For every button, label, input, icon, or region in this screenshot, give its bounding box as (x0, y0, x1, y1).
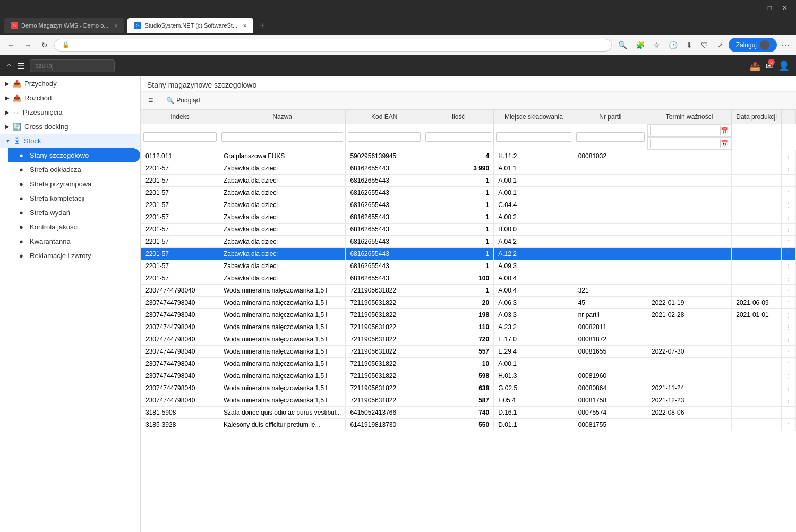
notification-badge[interactable]: ✉ 5 (766, 61, 773, 71)
home-icon[interactable]: ⌂ (6, 61, 12, 71)
share-button[interactable]: ↗ (714, 38, 726, 52)
table-row[interactable]: 23074744798040Woda mineralna nałęczowian… (141, 309, 796, 321)
table-row[interactable]: 23074744798040Woda mineralna nałęczowian… (141, 358, 796, 370)
cell-0: 23074744798040 (141, 297, 219, 309)
cell-3: 1 (423, 175, 493, 187)
calendar-button-termin[interactable]: 📅 (721, 127, 729, 134)
bookmark-button[interactable]: ☆ (650, 38, 663, 52)
history-button[interactable]: 🕐 (665, 38, 681, 52)
cross-docking-icon: 🔄 (13, 123, 21, 131)
sidebar-item-strefa-przyrampowa[interactable]: ● Strefa przyrampowa (8, 177, 140, 191)
minimize-button[interactable]: — (747, 3, 761, 13)
table-row[interactable]: 2201-57Zabawka dla dzieci681626554431B.0… (141, 224, 796, 236)
sidebar-item-strefa-kompletacji[interactable]: ● Strefa kompletacji (8, 191, 140, 205)
table-row[interactable]: 2201-57Zabawka dla dzieci681626554431A.0… (141, 187, 796, 199)
row-extra: ⋮ (782, 285, 796, 297)
tab-close-1[interactable]: ✕ (114, 23, 118, 29)
table-row[interactable]: 2201-57Zabawka dla dzieci681626554433 99… (141, 162, 796, 175)
sidebar-item-stock[interactable]: ▼ 🗄 Stock (0, 134, 140, 148)
filter-nr-partii-input[interactable] (576, 132, 645, 142)
cell-3: 720 (423, 333, 493, 346)
hamburger-menu-button[interactable]: ≡ (145, 95, 156, 106)
table-row[interactable]: 2201-57Zabawka dla dzieci681626554431A.0… (141, 175, 796, 187)
table-row[interactable]: 23074744798040Woda mineralna nałęczowian… (141, 370, 796, 382)
sidebar-item-strefa-odkladcza[interactable]: ● Strefa odkładcza (8, 162, 140, 177)
extension-button[interactable]: 🧩 (632, 38, 648, 52)
filter-data-prod-input[interactable] (650, 139, 721, 148)
table-row[interactable]: 23074744798040Woda mineralna nałęczowian… (141, 321, 796, 333)
cell-6: 2021-12-23 (647, 394, 731, 407)
url-input[interactable]: https://studiosystemdemo.softwarestudio.… (73, 41, 604, 49)
browser-tab-2[interactable]: S StudioSystem.NET (c) SoftwareSt... ✕ (127, 18, 253, 33)
cell-5: 00081032 (574, 150, 647, 162)
cell-3: 1 (423, 224, 493, 236)
tab-close-2[interactable]: ✕ (243, 23, 247, 29)
sidebar-item-przychody[interactable]: ▶ 📥 Przychody (0, 76, 140, 91)
address-bar[interactable]: 🔒 https://studiosystemdemo.softwarestudi… (54, 39, 612, 52)
table-row[interactable]: 23074744798040Woda mineralna nałęczowian… (141, 285, 796, 297)
table-row[interactable]: 2201-57Zabawka dla dzieci681626554431A.0… (141, 260, 796, 272)
filter-ilosc-input[interactable] (425, 132, 491, 142)
table-row[interactable]: 2201-57Zabawka dla dzieci681626554431A.0… (141, 211, 796, 224)
row-extra: ⋮ (782, 346, 796, 358)
app-search-input[interactable] (30, 59, 115, 72)
browser-tab-1[interactable]: S Demo Magazyn WMS - Demo o... ✕ (4, 18, 124, 33)
sidebar-item-przesunięcia[interactable]: ▶ ↔ Przesunięcia (0, 105, 140, 119)
login-button[interactable]: Zaloguj (729, 38, 777, 52)
filter-kod-ean-input[interactable] (348, 132, 421, 142)
reload-button[interactable]: ↻ (38, 39, 51, 52)
sidebar-item-kwarantanna[interactable]: ● Kwarantanna (8, 234, 140, 248)
cell-3: 4 (423, 150, 493, 162)
back-button[interactable]: ← (4, 39, 18, 52)
close-button[interactable]: ✕ (778, 3, 792, 13)
download-button[interactable]: ⬇ (683, 38, 696, 52)
cell-5 (574, 211, 647, 224)
new-tab-button[interactable]: + (256, 21, 268, 30)
app-header: ⌂ ☰ 📤 ✉ 5 👤 (0, 55, 796, 76)
cell-4: E.17.0 (494, 333, 574, 346)
filter-miejsce-input[interactable] (496, 132, 571, 142)
table-row[interactable]: 2201-57Zabawka dla dzieci681626554431C.0… (141, 199, 796, 211)
table-row[interactable]: 23074744798040Woda mineralna nałęczowian… (141, 333, 796, 346)
sidebar-item-cross-docking[interactable]: ▶ 🔄 Cross docking (0, 119, 140, 134)
cell-7 (732, 272, 782, 285)
filter-termin-input[interactable] (650, 126, 721, 135)
cell-6: 2022-08-06 (647, 407, 731, 419)
cell-0: 0112.011 (141, 150, 219, 162)
table-row[interactable]: 3181-5908Szafa donec quis odio ac purus … (141, 407, 796, 419)
sidebar-item-reklamacje[interactable]: ● Reklamacje i zwroty (8, 248, 140, 263)
menu-icon[interactable]: ☰ (17, 61, 24, 71)
search-extension-button[interactable]: 🔍 (615, 38, 630, 52)
user-profile-icon[interactable]: 👤 (778, 60, 790, 72)
calendar-button-data-prod[interactable]: 📅 (721, 140, 729, 147)
sidebar-item-kontrola-jakosci[interactable]: ● Kontrola jakości (8, 220, 140, 234)
filter-indeks-input[interactable] (143, 132, 217, 142)
more-options-button[interactable]: ⋯ (779, 38, 792, 52)
table-row[interactable]: 23074744798040Woda mineralna nałęczowian… (141, 346, 796, 358)
security-button[interactable]: 🛡 (698, 38, 712, 52)
table-row[interactable]: 23074744798040Woda mineralna nałęczowian… (141, 394, 796, 407)
sidebar-item-strefa-wydan[interactable]: ● Strefa wydań (8, 205, 140, 220)
table-row[interactable]: 2201-57Zabawka dla dzieci681626554431A.1… (141, 248, 796, 260)
forward-button[interactable]: → (21, 39, 35, 52)
table-row[interactable]: 3185-3928Kalesony duis efficitur pretium… (141, 419, 796, 431)
filter-nazwa-input[interactable] (221, 132, 343, 142)
window-frame: — □ ✕ (0, 0, 796, 16)
cell-7 (732, 382, 782, 394)
table-row[interactable]: 23074744798040Woda mineralna nałęczowian… (141, 382, 796, 394)
table-row[interactable]: 2201-57Zabawka dla dzieci681626554431A.0… (141, 236, 796, 248)
table-row[interactable]: 0112.011Gra planszowa FUKS59029561399454… (141, 150, 796, 162)
sidebar-item-stany-szczegolowo[interactable]: ● Stany szczegółowo (8, 148, 140, 162)
maximize-button[interactable]: □ (764, 3, 776, 13)
cell-1: Woda mineralna nałęczowianka 1,5 l (219, 358, 345, 370)
sidebar-item-label: Kontrola jakości (30, 223, 79, 231)
cell-3: 598 (423, 370, 493, 382)
table-row[interactable]: 2201-57Zabawka dla dzieci68162655443100A… (141, 272, 796, 285)
table-row[interactable]: 23074744798040Woda mineralna nałęczowian… (141, 297, 796, 309)
preview-button[interactable]: 🔍 Podgląd (160, 94, 206, 107)
cell-5: 00081755 (574, 419, 647, 431)
cell-5: 321 (574, 285, 647, 297)
export-icon[interactable]: 📤 (750, 61, 760, 71)
cell-1: Woda mineralna nałęczowianka 1,5 l (219, 382, 345, 394)
sidebar-item-rozchod[interactable]: ▶ 📤 Rozchód (0, 91, 140, 105)
